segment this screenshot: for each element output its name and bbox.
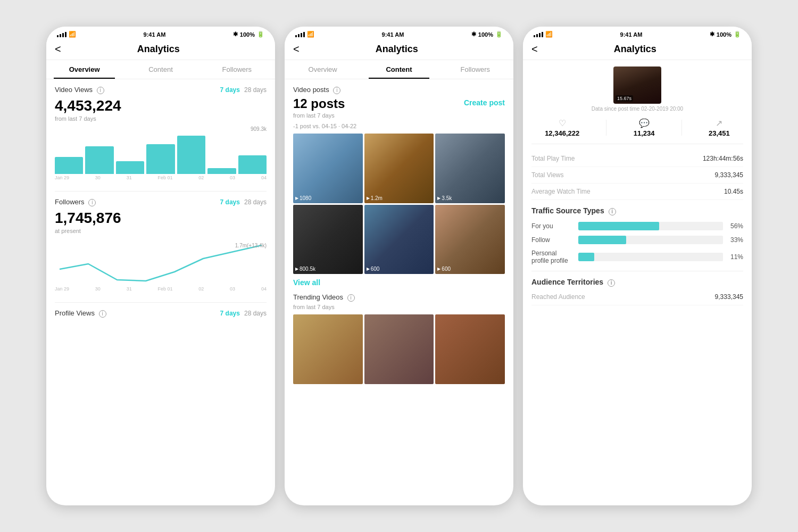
followers-chart: 1.7m(+13.4k) Jan 29 30 31 Feb 01 02 03 0… bbox=[55, 243, 267, 296]
traffic-bar-fill-2 bbox=[578, 253, 594, 261]
tab-content-2[interactable]: Content bbox=[361, 60, 437, 79]
tab-followers-2[interactable]: Followers bbox=[437, 60, 513, 79]
metric-value-0: 123h:44m:56s bbox=[703, 155, 743, 162]
period-links-profile: 7 days 28 days bbox=[220, 310, 267, 317]
video-thumb-1[interactable]: ▶ 1080 bbox=[293, 134, 363, 203]
video-views-header: Video Views i 7 days 28 days bbox=[55, 86, 267, 94]
wifi-icon-2: 📶 bbox=[307, 31, 314, 38]
wifi-icon: 📶 bbox=[69, 31, 76, 38]
likes-value: 12,346,222 bbox=[545, 129, 579, 137]
signal-bar bbox=[303, 32, 305, 37]
likes-stat: ♡ 12,346,222 bbox=[545, 118, 579, 137]
video-views-value: 4,453,224 bbox=[55, 97, 267, 114]
battery-icon-1: 🔋 bbox=[257, 31, 264, 38]
profile-views-header: Profile Views i 7 days 28 days bbox=[55, 309, 267, 318]
followers-chart-max: 1.7m(+13.4k) bbox=[235, 243, 267, 248]
phones-container: 📶 9:41 AM ✱ 100% 🔋 < Analytics Overview … bbox=[36, 16, 762, 516]
battery-icon-2: 🔋 bbox=[495, 31, 503, 38]
battery-text-2: 100% bbox=[478, 31, 493, 38]
video-thumb-5[interactable]: ▶ 600 bbox=[364, 205, 434, 275]
traffic-bar-bg-0 bbox=[578, 222, 723, 230]
info-icon-views[interactable]: i bbox=[97, 87, 104, 94]
video-stat-5: ▶ 600 bbox=[367, 266, 380, 272]
wifi-icon-3: 📶 bbox=[545, 31, 553, 38]
period-7days-profile[interactable]: 7 days bbox=[220, 310, 240, 317]
bluetooth-icon-1: ✱ bbox=[233, 31, 238, 38]
back-button-2[interactable]: < bbox=[293, 43, 304, 55]
tab-content-1[interactable]: Content bbox=[122, 60, 198, 79]
period-28days-followers[interactable]: 28 days bbox=[244, 198, 267, 206]
metric-label-2: Average Watch Time bbox=[531, 188, 591, 195]
traffic-bar-bg-2 bbox=[578, 253, 723, 261]
audience-title: Audience Territories i bbox=[531, 278, 743, 287]
tab-overview-1[interactable]: Overview bbox=[46, 60, 122, 79]
info-icon-trending[interactable]: i bbox=[347, 294, 355, 302]
video-posts-header: Video posts i bbox=[293, 86, 505, 94]
chart-dates-views: Jan 29 30 31 Feb 01 02 03 04 bbox=[55, 175, 267, 180]
time-display-1: 9:41 AM bbox=[144, 31, 166, 38]
trending-grid bbox=[293, 314, 505, 384]
traffic-title: Traffic Source Types i bbox=[531, 206, 743, 215]
status-right-2: ✱ 100% 🔋 bbox=[471, 31, 503, 38]
line-chart-svg bbox=[55, 243, 267, 285]
info-icon-audience[interactable]: i bbox=[608, 279, 615, 287]
signal-bar bbox=[65, 32, 66, 37]
video-thumb-3[interactable]: ▶ 3.5k bbox=[435, 134, 505, 203]
traffic-row-2: Personal profile profile 11% bbox=[531, 250, 743, 264]
signal-bar bbox=[295, 35, 297, 37]
period-28days-views[interactable]: 28 days bbox=[244, 86, 267, 94]
post-date-label: Data since post time 02-20-2019 20:00 bbox=[531, 106, 743, 112]
video-views-title: Video Views i bbox=[55, 86, 104, 94]
period-28days-profile[interactable]: 28 days bbox=[244, 310, 267, 317]
period-7days-views[interactable]: 7 days bbox=[220, 86, 240, 94]
bar-3 bbox=[116, 161, 144, 174]
trending-thumb-1[interactable] bbox=[293, 314, 363, 384]
posts-vs-label: -1 post vs. 04-15 · 04-22 bbox=[293, 123, 505, 129]
followers-value: 1,745,876 bbox=[55, 210, 267, 227]
video-thumb-2[interactable]: ▶ 1.2m bbox=[364, 134, 434, 203]
followers-header: Followers i 7 days 28 days bbox=[55, 198, 267, 206]
audience-reached-row: Reached Audience 9,333,345 bbox=[531, 289, 743, 305]
traffic-row-0: For you 56% bbox=[531, 222, 743, 230]
tab-followers-1[interactable]: Followers bbox=[199, 60, 275, 79]
back-button-1[interactable]: < bbox=[55, 43, 65, 55]
metric-row-2: Average Watch Time 10.45s bbox=[531, 184, 743, 200]
metrics-list: Total Play Time 123h:44m:56s Total Views… bbox=[531, 151, 743, 200]
traffic-row-1: Follow 33% bbox=[531, 236, 743, 244]
comment-icon: 💬 bbox=[634, 118, 655, 128]
bar-4 bbox=[146, 144, 174, 174]
followers-title: Followers i bbox=[55, 198, 96, 206]
trending-thumb-3[interactable] bbox=[435, 314, 505, 384]
comments-stat: 💬 11,234 bbox=[634, 118, 655, 137]
comments-value: 11,234 bbox=[634, 129, 655, 137]
traffic-label-0: For you bbox=[531, 222, 574, 230]
signal-bars-1 bbox=[57, 32, 66, 37]
signal-bar bbox=[534, 35, 535, 37]
video-views-sublabel: from last 7 days bbox=[55, 115, 267, 122]
info-icon-profile[interactable]: i bbox=[99, 310, 106, 318]
post-thumbnail[interactable]: 15.67s bbox=[613, 66, 661, 104]
video-thumb-4[interactable]: ▶ 800.5k bbox=[293, 205, 363, 275]
metric-label-1: Total Views bbox=[531, 171, 563, 179]
trending-from-label: from last 7 days bbox=[293, 304, 505, 310]
period-7days-followers[interactable]: 7 days bbox=[220, 198, 240, 206]
metric-label-0: Total Play Time bbox=[531, 155, 575, 162]
video-grid: ▶ 1080 ▶ 1.2m ▶ 3.5k bbox=[293, 134, 505, 274]
tab-overview-2[interactable]: Overview bbox=[285, 60, 361, 79]
video-thumb-6[interactable]: ▶ 600 bbox=[435, 205, 505, 275]
back-button-3[interactable]: < bbox=[531, 43, 542, 55]
stats-row: ♡ 12,346,222 💬 11,234 ↗ 23,451 bbox=[531, 118, 743, 144]
create-post-button[interactable]: Create post bbox=[464, 98, 505, 107]
trending-header: Trending Videos i bbox=[293, 293, 505, 302]
view-all-link[interactable]: View all bbox=[293, 278, 505, 287]
info-icon-followers[interactable]: i bbox=[88, 199, 96, 206]
audience-reached-value: 9,333,345 bbox=[715, 293, 743, 301]
period-links-views: 7 days 28 days bbox=[220, 86, 267, 94]
info-icon-posts[interactable]: i bbox=[333, 87, 340, 94]
trending-thumb-2[interactable] bbox=[364, 314, 434, 384]
traffic-bar-bg-1 bbox=[578, 236, 723, 244]
divider-3 bbox=[531, 271, 743, 271]
content-1: Video Views i 7 days 28 days 4,453,224 f… bbox=[46, 79, 275, 326]
stat-divider-1 bbox=[606, 120, 606, 136]
info-icon-traffic[interactable]: i bbox=[609, 208, 616, 215]
